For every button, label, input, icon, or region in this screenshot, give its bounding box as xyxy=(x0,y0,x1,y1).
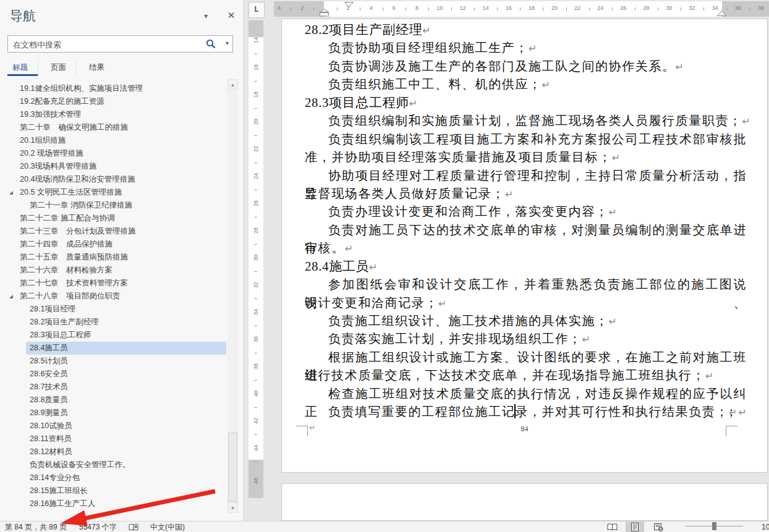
nav-item-label: 28.8质量员 xyxy=(30,395,68,404)
document-page[interactable]: 28.2项目生产副经理↵负责协助项目经理组织施工生产；↵负责协调涉及施工生产的各… xyxy=(281,19,768,473)
nav-item[interactable]: 28.7技术员 xyxy=(0,381,226,394)
v-ruler-tick xyxy=(254,326,257,326)
nav-item[interactable]: 第二十七章 技术资料管理方案 xyxy=(0,277,226,290)
nav-item[interactable]: 20.1组织措施 xyxy=(0,134,226,147)
page-indicator[interactable]: 第 84 页，共 89 页 xyxy=(5,522,67,532)
nav-item[interactable]: 28.15施工班组长 xyxy=(0,484,226,497)
tab-标题[interactable]: 标题 xyxy=(7,59,38,76)
nav-item[interactable]: 28.8质量员 xyxy=(0,394,226,407)
close-icon[interactable]: ✕ xyxy=(224,9,238,22)
v-ruler-tick xyxy=(254,434,257,435)
nav-item[interactable]: 28.10试验员 xyxy=(0,420,226,433)
doc-line[interactable]: 参加图纸会审和设计交底工作，并着重熟悉负责施工部位的施工图说明、 xyxy=(305,276,747,293)
nav-item[interactable]: 20.4现场消防保卫和治安管理措施 xyxy=(0,173,226,186)
tab-页面[interactable]: 页面 xyxy=(46,59,77,76)
nav-item[interactable]: 19.1健全组织机构、实施项目法管理 xyxy=(0,82,226,95)
nav-item[interactable]: 19.2配备充足的施工资源 xyxy=(0,95,226,108)
doc-line[interactable]: 检查施工班组对技术质量交底的执行情况，对违反操作规程的应予以纠正；↵ xyxy=(305,385,747,403)
nav-item[interactable]: 19.3加强技术管理 xyxy=(0,108,226,121)
doc-line[interactable]: 负责办理设计变更和洽商工作，落实变更内容；↵ xyxy=(305,203,747,221)
doc-line[interactable]: 审核。↵ xyxy=(305,239,747,257)
language-indicator[interactable]: 中文(中国) xyxy=(150,522,185,532)
doc-line[interactable]: 进行技术质量交底，下达技术交底单，并在现场指导施工班组执行；↵ xyxy=(305,366,747,384)
nav-item[interactable]: 第二十二章 施工配合与协调 xyxy=(0,212,226,225)
scroll-up-arrow-icon[interactable]: ▲ xyxy=(227,79,238,90)
search-input[interactable] xyxy=(12,38,212,51)
nav-item[interactable]: 28.5计划员 xyxy=(0,355,226,368)
collapse-triangle-icon[interactable] xyxy=(9,191,13,195)
nav-item[interactable]: 20.2 现场管理措施 xyxy=(0,147,226,160)
v-ruler-tick xyxy=(254,135,257,136)
nav-item[interactable]: 第二十八章 项目部岗位职责 xyxy=(0,290,226,303)
doc-line[interactable]: 设计变更和洽商记录；↵ xyxy=(305,294,747,312)
tab-stop-selector[interactable]: L xyxy=(249,2,265,18)
doc-line[interactable]: 协助项目经理对工程质量进行管理和控制，主持日常质量分析活动，指导 xyxy=(305,167,747,185)
nav-item[interactable]: 28.4施工员 xyxy=(26,342,226,355)
h-ruler-tick xyxy=(681,7,681,11)
nav-item[interactable]: 28.2项目生产副经理 xyxy=(0,316,226,329)
doc-line[interactable]: 28.4施工员↵ xyxy=(305,258,747,276)
doc-line-text: 进行技术质量交底，下达技术交底单，并在现场指导施工班组执行； xyxy=(305,368,705,382)
h-ruler-number: 12 xyxy=(457,5,469,11)
nav-item-label: 28.6安全员 xyxy=(30,369,68,378)
doc-line[interactable]: 负责落实施工计划，并安排现场组织工作；↵ xyxy=(305,330,747,348)
web-layout-button[interactable] xyxy=(649,521,668,532)
nav-item[interactable]: 第二十三章 分包计划及管理措施 xyxy=(0,225,226,238)
scroll-down-arrow-icon[interactable]: ▼ xyxy=(227,502,238,513)
v-ruler-number: 22 xyxy=(253,143,259,155)
nav-item[interactable]: 第二十一章 消防保卫纪律措施 xyxy=(0,199,226,212)
nav-item[interactable]: 第二十五章 质量通病预防措施 xyxy=(0,251,226,264)
paragraph-mark-icon: ↵ xyxy=(612,153,620,163)
zoom-slider-thumb[interactable] xyxy=(712,522,716,530)
doc-line[interactable]: 负责组织编制该工程项目施工方案和补充方案报公司工程技术部审核批 xyxy=(305,130,747,148)
chevron-down-icon[interactable]: ▾ xyxy=(200,10,212,22)
search-icon[interactable] xyxy=(205,38,216,49)
nav-item[interactable]: 第二十章 确保文明施工的措施 xyxy=(0,121,226,134)
doc-line[interactable]: 28.2项目生产副经理↵ xyxy=(305,21,747,39)
scrollbar-thumb[interactable] xyxy=(228,433,237,502)
search-options-caret-icon[interactable]: ▾ xyxy=(226,40,229,46)
nav-item[interactable]: 28.12材料员 xyxy=(0,445,226,458)
v-ruler[interactable]: 1416182022242628303234363840424448 xyxy=(249,20,263,498)
doc-line[interactable]: 负责组织编制和实施质量计划，监督施工现场各类人员履行质量职责；↵ xyxy=(305,112,747,130)
doc-line[interactable]: 负责组织施工中工、料、机的供应；↵ xyxy=(305,75,747,93)
nav-item[interactable]: 28.11资料员 xyxy=(0,433,226,445)
nav-scrollbar[interactable]: ▲ ▼ xyxy=(227,79,238,513)
doc-line[interactable]: 根据施工组织设计或施工方案、设计图纸的要求，在施工之前对施工班组 xyxy=(305,348,747,366)
nav-item-label: 28.1项目经理 xyxy=(30,305,75,313)
v-ruler-tick xyxy=(254,54,257,54)
h-ruler[interactable]: 422468101214161820222426283032343638 xyxy=(274,1,769,17)
nav-item[interactable]: 负责机械设备安全管理工作。 xyxy=(0,458,226,471)
nav-item[interactable]: 第二十四章 成品保护措施 xyxy=(0,238,226,251)
read-mode-button[interactable] xyxy=(603,521,621,532)
doc-line[interactable]: 负责施工组织设计、施工技术措施的具体实施；↵ xyxy=(305,312,747,330)
nav-item[interactable]: 20.5 文明民工生活区管理措施 xyxy=(0,186,226,199)
doc-line[interactable]: 监督现场各类人员做好质量记录；↵ xyxy=(305,185,747,203)
proofing-errors-icon[interactable] xyxy=(129,523,140,531)
doc-line[interactable]: 负责协调涉及施工生产的各部门及施工队之间的协作关系。↵ xyxy=(305,57,747,75)
right-indent-marker[interactable] xyxy=(717,11,726,16)
paragraph-mark-icon: ↵ xyxy=(609,207,617,217)
nav-item[interactable]: 28.1项目经理 xyxy=(0,303,226,316)
word-count[interactable]: 55473 个字 xyxy=(79,522,117,532)
nav-item[interactable]: 28.6安全员 xyxy=(0,368,226,381)
doc-line[interactable]: 准，并协助项目经理落实质量措施及项目质量目标；↵ xyxy=(305,148,747,166)
collapse-triangle-icon[interactable] xyxy=(9,295,13,298)
doc-line[interactable]: 负责填写重要的工程部位施工记录，并对其可行性和执行结果负责；↵ xyxy=(305,403,747,421)
doc-line[interactable]: 负责对施工员下达的技术交底单的审核，对测量员编制的测量交底单进行 xyxy=(305,221,747,239)
zoom-percentage[interactable]: 100% xyxy=(762,522,769,532)
document-search-box[interactable]: ▾ xyxy=(7,35,233,53)
nav-item[interactable]: 20.3现场料具管理措施 xyxy=(0,160,226,173)
h-ruler-text-area xyxy=(324,1,722,17)
doc-line[interactable]: 28.3项目总工程师↵ xyxy=(305,94,747,112)
nav-item[interactable]: 28.16施工生产工人 xyxy=(0,497,226,510)
tab-结果[interactable]: 结果 xyxy=(84,59,109,76)
nav-item[interactable]: 第二十六章 材料检验方案 xyxy=(0,264,226,277)
next-document-page[interactable] xyxy=(281,483,768,521)
doc-line[interactable]: 负责协助项目经理组织施工生产；↵ xyxy=(305,39,747,57)
print-layout-button[interactable] xyxy=(626,521,644,532)
left-indent-marker[interactable] xyxy=(320,9,329,17)
nav-item[interactable]: 28.3项目总工程师 xyxy=(0,329,226,342)
nav-item[interactable]: 28.14专业分包 xyxy=(0,471,226,484)
nav-item[interactable]: 28.9测量员 xyxy=(0,407,226,420)
